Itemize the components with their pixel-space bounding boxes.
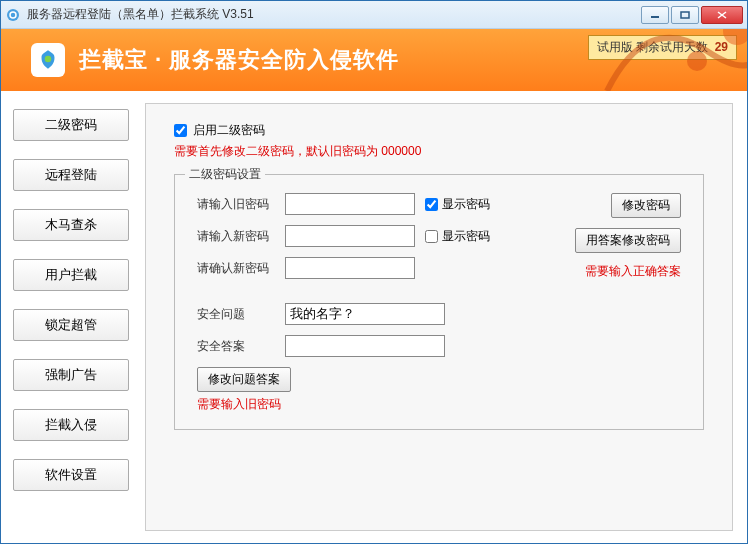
answer-input[interactable] <box>285 335 445 357</box>
confirm-password-label: 请确认新密码 <box>197 260 285 277</box>
old-password-label: 请输入旧密码 <box>197 196 285 213</box>
change-by-answer-button[interactable]: 用答案修改密码 <box>575 228 681 253</box>
svg-point-6 <box>687 51 707 71</box>
body: 二级密码 远程登陆 木马查杀 用户拦截 锁定超管 强制广告 拦截入侵 软件设置 … <box>1 91 747 543</box>
security-qa-block: 安全问题 安全答案 修改问题答案 需要输入旧密码 <box>197 303 681 413</box>
minimize-button[interactable] <box>641 6 669 24</box>
app-window: 服务器远程登陆（黑名单）拦截系统 V3.51 拦截宝 · 服务器安全防入侵软件 … <box>0 0 748 544</box>
sidebar-item-force-ad[interactable]: 强制广告 <box>13 359 129 391</box>
sidebar-item-second-password[interactable]: 二级密码 <box>13 109 129 141</box>
enable-row: 启用二级密码 <box>174 122 704 139</box>
app-icon <box>5 7 21 23</box>
sidebar-item-label: 二级密码 <box>45 116 97 134</box>
sidebar-item-label: 木马查杀 <box>45 216 97 234</box>
button-label: 修改问题答案 <box>208 372 280 386</box>
banner-decor-icon <box>587 29 747 91</box>
sidebar-item-lock-admin[interactable]: 锁定超管 <box>13 309 129 341</box>
show-new-password-checkbox[interactable] <box>425 230 438 243</box>
sidebar: 二级密码 远程登陆 木马查杀 用户拦截 锁定超管 强制广告 拦截入侵 软件设置 <box>1 91 141 543</box>
fieldset-legend: 二级密码设置 <box>185 166 265 183</box>
close-button[interactable] <box>701 6 743 24</box>
enable-label: 启用二级密码 <box>193 122 265 139</box>
answer-label: 安全答案 <box>197 338 285 355</box>
change-qa-button[interactable]: 修改问题答案 <box>197 367 291 392</box>
side-buttons: 修改密码 用答案修改密码 需要输入正确答案 <box>575 193 681 280</box>
sidebar-item-label: 用户拦截 <box>45 266 97 284</box>
password-fieldset: 二级密码设置 请输入旧密码 显示密码 请输入新密码 <box>174 174 704 430</box>
new-password-label: 请输入新密码 <box>197 228 285 245</box>
qa-footer: 修改问题答案 需要输入旧密码 <box>197 367 681 413</box>
enable-note: 需要首先修改二级密码，默认旧密码为 000000 <box>174 143 704 160</box>
new-password-input[interactable] <box>285 225 415 247</box>
panel: 启用二级密码 需要首先修改二级密码，默认旧密码为 000000 二级密码设置 请… <box>145 103 733 531</box>
sidebar-item-label: 远程登陆 <box>45 166 97 184</box>
need-answer-note: 需要输入正确答案 <box>585 263 681 280</box>
sidebar-item-remote-login[interactable]: 远程登陆 <box>13 159 129 191</box>
change-password-button[interactable]: 修改密码 <box>611 193 681 218</box>
need-old-pwd-note: 需要输入旧密码 <box>197 396 681 413</box>
question-label: 安全问题 <box>197 306 285 323</box>
main: 启用二级密码 需要首先修改二级密码，默认旧密码为 000000 二级密码设置 请… <box>141 91 747 543</box>
banner: 拦截宝 · 服务器安全防入侵软件 试用版 剩余试用天数 29 <box>1 29 747 91</box>
show-new-password[interactable]: 显示密码 <box>425 228 490 245</box>
maximize-button[interactable] <box>671 6 699 24</box>
svg-point-0 <box>7 9 19 21</box>
svg-rect-2 <box>681 12 689 18</box>
show-old-password-checkbox[interactable] <box>425 198 438 211</box>
button-label: 用答案修改密码 <box>586 233 670 247</box>
show-old-password[interactable]: 显示密码 <box>425 196 490 213</box>
sidebar-item-block-intrusion[interactable]: 拦截入侵 <box>13 409 129 441</box>
old-password-input[interactable] <box>285 193 415 215</box>
button-label: 修改密码 <box>622 198 670 212</box>
sidebar-item-label: 强制广告 <box>45 366 97 384</box>
titlebar: 服务器远程登陆（黑名单）拦截系统 V3.51 <box>1 1 747 29</box>
question-input[interactable] <box>285 303 445 325</box>
row-answer: 安全答案 <box>197 335 681 357</box>
enable-second-password-checkbox[interactable] <box>174 124 187 137</box>
sidebar-item-settings[interactable]: 软件设置 <box>13 459 129 491</box>
show-password-label: 显示密码 <box>442 228 490 245</box>
window-title: 服务器远程登陆（黑名单）拦截系统 V3.51 <box>27 6 639 23</box>
sidebar-item-user-block[interactable]: 用户拦截 <box>13 259 129 291</box>
svg-point-5 <box>723 29 747 45</box>
show-password-label: 显示密码 <box>442 196 490 213</box>
row-question: 安全问题 <box>197 303 681 325</box>
sidebar-item-label: 软件设置 <box>45 466 97 484</box>
banner-logo <box>31 43 65 77</box>
sidebar-item-label: 拦截入侵 <box>45 416 97 434</box>
sidebar-item-trojan-scan[interactable]: 木马查杀 <box>13 209 129 241</box>
confirm-password-input[interactable] <box>285 257 415 279</box>
banner-title: 拦截宝 · 服务器安全防入侵软件 <box>79 45 399 75</box>
sidebar-item-label: 锁定超管 <box>45 316 97 334</box>
